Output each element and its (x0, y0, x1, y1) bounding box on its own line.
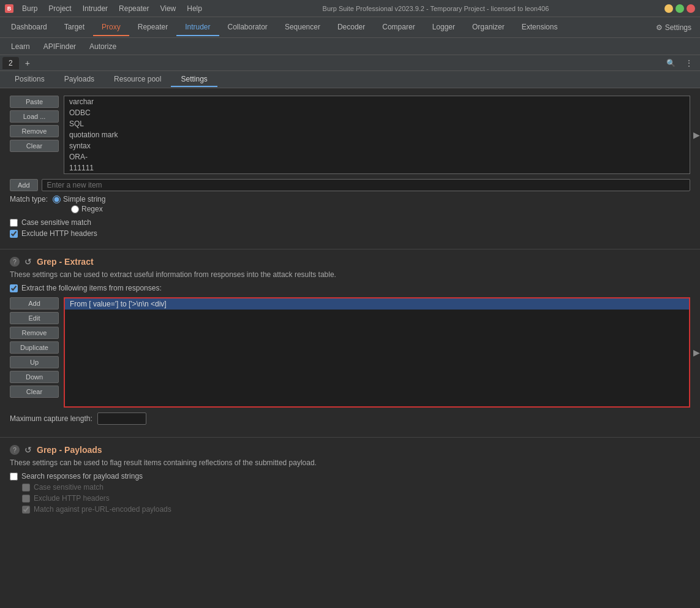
simple-string-radio[interactable] (53, 196, 61, 203)
paste-button[interactable]: Paste (10, 96, 59, 108)
menu-burp[interactable]: Burp (17, 3, 42, 14)
load-button[interactable]: Load ... (10, 110, 59, 123)
nav-comparer[interactable]: Comparer (374, 19, 423, 36)
payloads-pre-encoded-checkbox[interactable] (22, 506, 30, 514)
grep-extract-desc: These settings can be used to extract us… (10, 270, 690, 279)
match-type-row: Match type: Simple string (10, 195, 690, 203)
grep-extract-title: Grep - Extract (37, 257, 94, 267)
nav-apifinder[interactable]: APIFinder (37, 40, 82, 53)
extract-items-checkbox[interactable] (10, 284, 18, 292)
regex-radio[interactable] (71, 205, 79, 213)
list-item[interactable]: SQL (64, 118, 690, 129)
add-item-button[interactable]: Add (10, 179, 38, 191)
tab-settings[interactable]: Settings (171, 72, 217, 87)
tab-search-icon[interactable]: 🔍 (661, 57, 680, 69)
nav-dashboard[interactable]: Dashboard (2, 19, 56, 36)
tab-resource-pool[interactable]: Resource pool (104, 72, 171, 87)
list-item[interactable]: ORA- (64, 151, 690, 162)
nav-decoder[interactable]: Decoder (329, 19, 374, 36)
max-capture-input[interactable]: 100 (97, 412, 146, 425)
main-content: Paste Load ... Remove Clear varchar ODBC… (0, 88, 700, 606)
nav-intruder[interactable]: Intruder (176, 19, 219, 36)
payloads-exclude-http-checkbox[interactable] (22, 495, 30, 503)
clear-button[interactable]: Clear (10, 140, 59, 152)
extract-scroll-arrow: ▶ (693, 348, 700, 357)
nav-repeater[interactable]: Repeater (129, 19, 176, 36)
grep-extract-buttons: Add Edit Remove Duplicate Up Down Clear (10, 297, 59, 408)
list-item[interactable]: varchar (64, 96, 690, 107)
menu-intruder[interactable]: Intruder (78, 3, 113, 14)
nav-target[interactable]: Target (56, 19, 93, 36)
payloads-exclude-http-row: Exclude HTTP headers (22, 494, 690, 503)
case-sensitive-row: Case sensitive match (10, 218, 690, 227)
extract-remove-button[interactable]: Remove (10, 327, 59, 339)
regex-label: Regex (81, 205, 103, 213)
search-responses-checkbox[interactable] (10, 473, 18, 481)
simple-string-radio-label[interactable]: Simple string (53, 195, 105, 203)
grep-extract-help-icon[interactable]: ? (10, 257, 20, 267)
extract-clear-button[interactable]: Clear (10, 386, 59, 398)
list-item[interactable]: ODBC (64, 107, 690, 118)
nav-extensions[interactable]: Extensions (513, 19, 566, 36)
menu-project[interactable]: Project (43, 3, 76, 14)
grep-match-buttons: Paste Load ... Remove Clear (10, 96, 59, 174)
menu-help[interactable]: Help (182, 3, 207, 14)
list-item[interactable]: 111111 (64, 162, 690, 173)
payloads-pre-encoded-row: Match against pre-URL-encoded payloads (22, 505, 690, 514)
extract-checkbox-row: Extract the following items from respons… (10, 284, 690, 292)
extract-add-button[interactable]: Add (10, 297, 59, 310)
extract-up-button[interactable]: Up (10, 356, 59, 368)
list-item[interactable]: syntax (64, 140, 690, 151)
extract-edit-button[interactable]: Edit (10, 312, 59, 324)
tab-payloads[interactable]: Payloads (55, 72, 104, 87)
grep-extract-section: ? ↺ Grep - Extract These settings can be… (0, 249, 700, 438)
regex-radio-label[interactable]: Regex (71, 205, 690, 213)
search-responses-row: Search responses for payload strings (10, 472, 690, 481)
grep-payloads-desc: These settings can be used to flag resul… (10, 458, 690, 467)
menu-view[interactable]: View (155, 3, 181, 14)
grep-extract-list[interactable]: From [ value='] to ['>\n\n <div] (64, 297, 690, 408)
grep-match-section: Paste Load ... Remove Clear varchar ODBC… (0, 88, 700, 249)
simple-string-label: Simple string (63, 195, 105, 203)
tab-menu-icon[interactable]: ⋮ (680, 57, 698, 69)
menu-bar[interactable]: Burp Project Intruder Repeater View Help (17, 3, 207, 14)
window-controls[interactable] (664, 4, 695, 13)
grep-extract-list-area: Add Edit Remove Duplicate Up Down Clear … (10, 297, 690, 408)
payloads-pre-encoded-label: Match against pre-URL-encoded payloads (34, 505, 171, 514)
nav-logger[interactable]: Logger (424, 19, 464, 36)
grep-extract-reset-icon[interactable]: ↺ (24, 257, 32, 267)
settings-button[interactable]: ⚙ Settings (650, 21, 698, 34)
nav-learn[interactable]: Learn (5, 40, 36, 53)
max-capture-label: Maximum capture length: (10, 414, 92, 423)
gear-icon: ⚙ (656, 23, 663, 32)
scroll-arrow-right: ▶ (693, 130, 700, 140)
case-sensitive-checkbox[interactable] (10, 219, 18, 227)
grep-payloads-reset-icon[interactable]: ↺ (24, 445, 32, 455)
extract-duplicate-button[interactable]: Duplicate (10, 341, 59, 354)
menu-repeater[interactable]: Repeater (114, 3, 154, 14)
nav-collaborator[interactable]: Collaborator (219, 19, 276, 36)
payloads-case-sensitive-checkbox[interactable] (22, 484, 30, 492)
tab-positions[interactable]: Positions (5, 72, 55, 87)
maximize-button[interactable] (676, 4, 684, 13)
nav-proxy[interactable]: Proxy (93, 19, 129, 36)
grep-match-list[interactable]: varchar ODBC SQL quotation mark syntax O… (64, 96, 690, 174)
grep-payloads-header: ? ↺ Grep - Payloads (10, 445, 690, 455)
nav-sequencer[interactable]: Sequencer (276, 19, 329, 36)
tab-add-button[interactable]: + (20, 56, 35, 70)
exclude-http-checkbox[interactable] (10, 230, 18, 238)
extract-list-item[interactable]: From [ value='] to ['>\n\n <div] (65, 298, 689, 310)
nav-autorize[interactable]: Autorize (83, 40, 122, 53)
close-button[interactable] (687, 4, 695, 13)
add-item-input[interactable] (42, 179, 690, 191)
minimize-button[interactable] (664, 4, 673, 13)
tab-2[interactable]: 2 (2, 57, 19, 69)
extract-down-button[interactable]: Down (10, 371, 59, 383)
remove-button[interactable]: Remove (10, 125, 59, 137)
grep-payloads-help-icon[interactable]: ? (10, 445, 20, 455)
nav-organizer[interactable]: Organizer (464, 19, 513, 36)
list-item[interactable]: quotation mark (64, 129, 690, 140)
nav-bar: Dashboard Target Proxy Repeater Intruder… (0, 17, 700, 38)
add-item-row: Add (10, 179, 690, 191)
search-responses-label: Search responses for payload strings (21, 472, 143, 481)
